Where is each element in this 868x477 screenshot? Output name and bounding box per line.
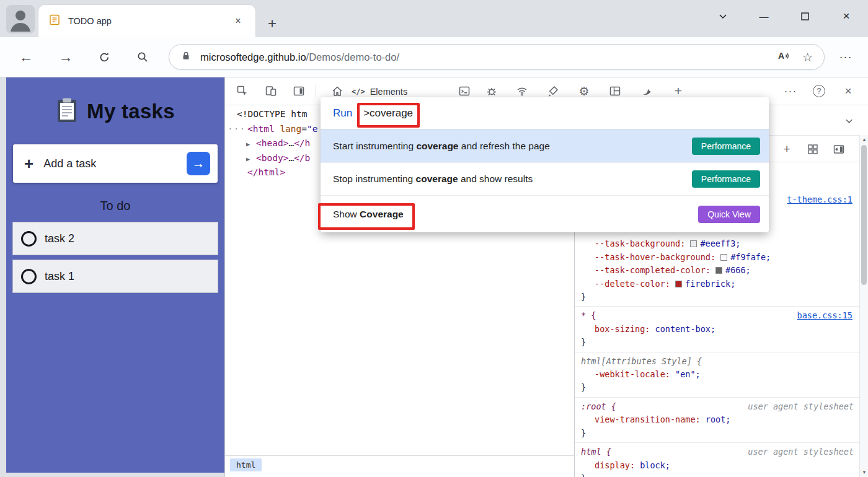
style-rule-header: html[Attributes Style] { bbox=[581, 355, 854, 368]
stylesheet-link[interactable]: base.css:15 bbox=[797, 309, 852, 322]
style-property[interactable]: --delete-color: firebrick; bbox=[581, 278, 854, 291]
scrollbar-thumb[interactable] bbox=[861, 145, 867, 285]
browser-navbar: ← → microsoftedge.github.io/Demos/demo-t… bbox=[0, 37, 868, 77]
scroll-down-icon[interactable]: ▼ bbox=[860, 470, 868, 475]
style-property[interactable]: display: block; bbox=[581, 459, 854, 472]
styles-scrollbar[interactable]: ▲ ▼ bbox=[859, 135, 868, 477]
tab-favicon-icon bbox=[48, 14, 61, 28]
color-swatch-icon[interactable] bbox=[715, 267, 722, 274]
property-value: block; bbox=[640, 460, 670, 470]
style-property[interactable]: view-transition-name: root; bbox=[581, 413, 854, 426]
devtools-menu-icon[interactable]: ··· bbox=[781, 82, 800, 100]
color-swatch-icon[interactable] bbox=[720, 254, 727, 261]
window-minimize-button[interactable]: — bbox=[754, 7, 774, 25]
scroll-up-icon[interactable]: ▲ bbox=[860, 137, 868, 142]
favorites-star-icon[interactable]: ☆ bbox=[802, 50, 813, 64]
stylesheet-origin-label: user agent stylesheet bbox=[748, 445, 854, 458]
add-task-row[interactable]: + Add a task → bbox=[13, 144, 218, 183]
url-path: /Demos/demo-to-do/ bbox=[306, 51, 399, 63]
lock-icon bbox=[180, 50, 192, 64]
elements-tab-label: Elements bbox=[370, 87, 407, 97]
style-rule: html[Attributes Style] {-webkit-locale: … bbox=[575, 352, 860, 398]
dock-side-icon[interactable] bbox=[290, 82, 308, 100]
command-item-badge[interactable]: Quick View bbox=[698, 206, 760, 223]
property-value: content-box; bbox=[655, 324, 716, 334]
rule-selector: * { bbox=[581, 310, 596, 320]
browser-menu-icon[interactable]: ··· bbox=[835, 46, 857, 68]
add-task-plus-icon: + bbox=[24, 155, 33, 172]
clipboard-icon bbox=[56, 97, 78, 126]
property-value: root; bbox=[706, 414, 731, 424]
tab-actions-chevron-icon[interactable] bbox=[713, 7, 733, 25]
property-name: --delete-color: bbox=[595, 279, 675, 289]
elements-breadcrumb-bar: html bbox=[225, 455, 574, 477]
breadcrumb-html[interactable]: html bbox=[230, 458, 262, 471]
new-style-rule-plus-icon[interactable]: + bbox=[778, 141, 795, 158]
page-title: My tasks bbox=[87, 100, 175, 123]
address-bar[interactable]: microsoftedge.github.io/Demos/demo-to-do… bbox=[169, 44, 825, 70]
task-label: task 1 bbox=[45, 270, 74, 283]
style-property[interactable]: --task-background: #eeeff3; bbox=[581, 237, 854, 250]
help-icon[interactable]: ? bbox=[810, 82, 828, 100]
new-tab-button[interactable]: + bbox=[263, 14, 281, 33]
task-row[interactable]: task 2 bbox=[12, 222, 218, 255]
rule-closing-brace: } bbox=[581, 427, 854, 440]
browser-tab-strip: TODO app × + — × bbox=[0, 0, 868, 37]
toolbar-divider bbox=[316, 85, 316, 97]
element-states-grid-icon[interactable] bbox=[804, 141, 822, 158]
style-rule: base.css:15* {box-sizing: content-box;} bbox=[575, 307, 860, 352]
style-rule-header: base.css:15* { bbox=[581, 309, 854, 322]
rule-selector: html { bbox=[581, 447, 611, 457]
tab-close-icon[interactable]: × bbox=[231, 14, 246, 28]
style-rule-header: user agent stylesheet:root { bbox=[581, 400, 854, 413]
url-text: microsoftedge.github.io/Demos/demo-to-do… bbox=[200, 51, 399, 63]
search-icon[interactable] bbox=[131, 46, 154, 68]
window-maximize-button[interactable] bbox=[795, 7, 815, 25]
command-item-badge[interactable]: Performance bbox=[692, 170, 760, 188]
tab-title: TODO app bbox=[68, 16, 112, 26]
color-swatch-icon[interactable] bbox=[690, 240, 697, 247]
add-task-label[interactable]: Add a task bbox=[43, 157, 96, 170]
style-property[interactable]: box-sizing: content-box; bbox=[581, 323, 854, 336]
computed-panel-toggle-icon[interactable] bbox=[830, 141, 848, 158]
command-item-text: Start instrumenting coverage and refresh… bbox=[333, 141, 550, 152]
task-list: task 2task 1 bbox=[6, 222, 224, 293]
devtools-close-icon[interactable]: × bbox=[839, 82, 857, 100]
property-value: "en"; bbox=[675, 369, 701, 379]
inspect-element-icon[interactable] bbox=[233, 82, 252, 100]
property-value: #f9fafe; bbox=[730, 252, 771, 262]
forward-button[interactable]: → bbox=[55, 46, 77, 68]
property-value: firebrick; bbox=[685, 279, 735, 289]
css-rules-list: t-theme.css:1--task-background: #eeeff3;… bbox=[575, 191, 860, 477]
device-emulation-icon[interactable] bbox=[262, 82, 280, 100]
property-name: --task-background: bbox=[595, 239, 690, 248]
rule-closing-brace: } bbox=[581, 336, 854, 349]
task-row[interactable]: task 1 bbox=[12, 260, 218, 293]
command-menu-item[interactable]: Stop instrumenting coverage and show res… bbox=[321, 162, 769, 195]
style-property[interactable]: --task-completed-color: #666; bbox=[581, 264, 854, 277]
task-checkbox[interactable] bbox=[21, 269, 37, 284]
style-property[interactable]: --task-hover-background: #f9fafe; bbox=[581, 251, 854, 264]
color-swatch-icon[interactable] bbox=[675, 281, 682, 287]
browser-tab[interactable]: TODO app × bbox=[38, 5, 255, 37]
style-rule: user agent stylesheet:root {view-transit… bbox=[575, 398, 860, 443]
back-button[interactable]: ← bbox=[15, 46, 37, 68]
todo-section-heading: To do bbox=[6, 199, 224, 213]
add-task-submit-button[interactable]: → bbox=[187, 152, 210, 175]
reload-button[interactable] bbox=[93, 46, 115, 68]
window-close-button[interactable]: × bbox=[836, 7, 856, 25]
todo-app-panel: My tasks + Add a task → To do task 2task… bbox=[6, 77, 224, 473]
style-property[interactable]: -webkit-locale: "en"; bbox=[581, 368, 854, 381]
profile-avatar[interactable] bbox=[6, 5, 35, 33]
stylesheet-link[interactable]: t-theme.css:1 bbox=[787, 193, 852, 206]
read-aloud-icon[interactable]: A bbox=[777, 50, 791, 64]
page-header: My tasks bbox=[6, 97, 224, 126]
task-checkbox[interactable] bbox=[21, 231, 37, 247]
rule-closing-brace: } bbox=[581, 291, 854, 304]
rule-closing-brace: } bbox=[581, 381, 854, 394]
rule-selector: :root { bbox=[581, 401, 616, 411]
command-mode-label: Run bbox=[333, 107, 352, 120]
command-menu-item[interactable]: Start instrumenting coverage and refresh… bbox=[321, 129, 769, 162]
command-item-badge[interactable]: Performance bbox=[692, 138, 760, 155]
chevron-down-icon[interactable] bbox=[841, 113, 856, 128]
